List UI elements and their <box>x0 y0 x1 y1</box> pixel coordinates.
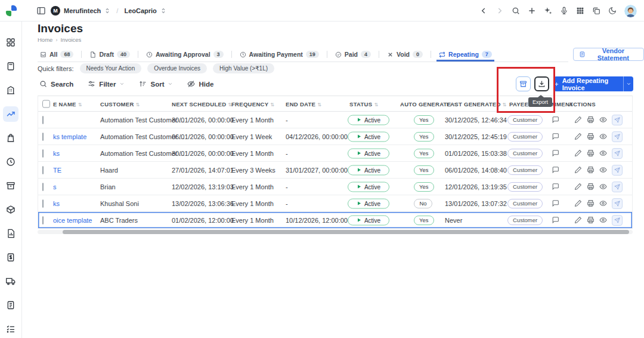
column-header-status[interactable]: STATUS <box>349 100 378 107</box>
view-icon[interactable] <box>599 183 607 190</box>
comment-icon[interactable] <box>552 132 559 140</box>
tab-paid[interactable]: Paid 4 <box>333 47 373 62</box>
edit-icon[interactable] <box>574 166 582 174</box>
sidebar-item-document-icon[interactable] <box>3 297 18 313</box>
user-avatar[interactable] <box>624 5 637 17</box>
sidebar-item-calculator-icon[interactable] <box>3 59 18 74</box>
status-badge[interactable]: Active <box>348 165 389 175</box>
tab-repeating[interactable]: Repeating 7 <box>436 47 494 62</box>
quick-filter-high-value[interactable]: High Value (>₹1L) <box>213 63 274 73</box>
template-name-link[interactable]: oice template <box>53 217 92 224</box>
sidebar-item-building-icon[interactable] <box>3 82 18 98</box>
sidebar-item-report-chart-icon[interactable] <box>3 226 18 241</box>
panels-icon[interactable] <box>592 7 600 15</box>
dark-mode-icon[interactable] <box>608 7 617 15</box>
comment-icon[interactable] <box>552 182 559 190</box>
add-repeating-invoice-button[interactable]: Add Repeating Invoice <box>554 77 623 91</box>
nav-back-icon[interactable] <box>479 7 488 15</box>
edit-icon[interactable] <box>574 183 582 190</box>
sort-icon[interactable] <box>78 100 82 107</box>
filter-button[interactable]: Filter <box>88 80 125 88</box>
status-badge[interactable]: Active <box>348 182 389 192</box>
edit-icon[interactable] <box>574 116 582 124</box>
row-checkbox[interactable] <box>42 199 44 208</box>
edit-icon[interactable] <box>574 216 582 224</box>
sort-icon[interactable] <box>136 100 140 107</box>
tab-awaiting-payment[interactable]: Awaiting Payment 19 <box>237 47 321 62</box>
view-icon[interactable] <box>599 133 607 140</box>
search-button[interactable]: Search <box>39 80 73 88</box>
sidebar-item-money-document-icon[interactable] <box>3 250 18 265</box>
comment-icon[interactable] <box>552 115 559 123</box>
sidebar-item-dashboard-icon[interactable] <box>3 35 18 50</box>
hide-columns-button[interactable]: Hide <box>187 80 213 88</box>
sidebar-item-truck-icon[interactable] <box>3 274 18 289</box>
sparkles-ai-icon[interactable] <box>544 7 552 15</box>
status-badge[interactable]: Active <box>348 131 389 142</box>
row-checkbox[interactable] <box>42 166 44 174</box>
edit-icon[interactable] <box>574 149 582 157</box>
print-icon[interactable] <box>587 166 595 174</box>
send-button[interactable] <box>612 115 623 125</box>
print-icon[interactable] <box>587 116 595 124</box>
quick-filter-overdue[interactable]: Overdue Invoices <box>147 63 207 73</box>
status-badge[interactable]: Active <box>348 115 389 125</box>
apps-grid-icon[interactable] <box>576 7 584 15</box>
view-icon[interactable] <box>599 216 607 224</box>
nav-forward-icon[interactable] <box>496 7 504 15</box>
comment-icon[interactable] <box>552 165 559 173</box>
send-button[interactable] <box>612 131 623 142</box>
print-icon[interactable] <box>587 149 595 157</box>
sidebar-toggle-icon[interactable] <box>36 6 46 16</box>
comment-icon[interactable] <box>552 199 559 207</box>
column-header-end-date[interactable]: END DATE <box>286 100 321 107</box>
sort-icon[interactable] <box>374 100 378 107</box>
comment-icon[interactable] <box>552 216 559 223</box>
row-checkbox[interactable] <box>42 183 44 191</box>
sort-icon[interactable] <box>317 100 321 107</box>
quick-filter-needs-action[interactable]: Needs Your Action <box>80 63 142 73</box>
template-name-link[interactable]: s <box>53 183 57 190</box>
sidebar-item-shopping-bag-icon[interactable] <box>3 130 18 146</box>
edit-icon[interactable] <box>574 199 582 207</box>
status-badge[interactable]: Active <box>348 148 389 158</box>
template-name-link[interactable]: TE <box>53 167 61 174</box>
tab-draft[interactable]: Draft 40 <box>87 47 132 62</box>
comment-icon[interactable] <box>552 149 559 156</box>
vendor-statement-button[interactable]: Vendor Statement <box>573 48 644 61</box>
row-checkbox[interactable] <box>42 133 44 141</box>
column-header-next-scheduled[interactable]: NEXT SCHEDULED <box>172 100 232 107</box>
sort-icon[interactable] <box>270 100 274 107</box>
tab-all[interactable]: All 68 <box>38 47 76 62</box>
tab-void[interactable]: Void 0 <box>385 47 425 62</box>
org-switcher-icon[interactable] <box>160 8 166 14</box>
row-checkbox[interactable] <box>42 216 44 225</box>
edit-icon[interactable] <box>574 133 582 140</box>
send-button[interactable] <box>612 198 623 209</box>
print-icon[interactable] <box>587 133 595 140</box>
view-icon[interactable] <box>599 116 607 124</box>
breadcrumb-home[interactable]: Home <box>38 36 52 43</box>
horizontal-scrollbar-thumb[interactable] <box>63 230 629 234</box>
sidebar-item-archive-icon[interactable] <box>3 178 18 193</box>
export-button[interactable] <box>534 76 549 91</box>
status-badge[interactable]: Active <box>348 198 389 208</box>
send-button[interactable] <box>612 215 623 226</box>
print-icon[interactable] <box>587 183 595 190</box>
org-name[interactable]: LeoCaprio <box>124 7 156 14</box>
view-icon[interactable] <box>599 149 607 157</box>
microphone-icon[interactable] <box>560 7 568 15</box>
view-icon[interactable] <box>599 166 607 174</box>
column-header-frequency[interactable]: FREQUENCY <box>231 100 274 107</box>
template-name-link[interactable]: ks <box>53 150 60 157</box>
column-header-last-generated[interactable]: LAST GENERATED <box>447 100 507 107</box>
template-name-link[interactable]: ks template <box>53 133 86 140</box>
sort-icon[interactable] <box>503 100 507 107</box>
send-button[interactable] <box>612 182 623 192</box>
send-button[interactable] <box>612 165 623 176</box>
column-header-name[interactable]: E NAME <box>53 100 82 107</box>
sidebar-item-clock-icon[interactable] <box>3 154 18 170</box>
column-header-customer[interactable]: CUSTOMER <box>100 100 140 107</box>
view-icon[interactable] <box>599 199 607 207</box>
print-icon[interactable] <box>587 199 595 207</box>
